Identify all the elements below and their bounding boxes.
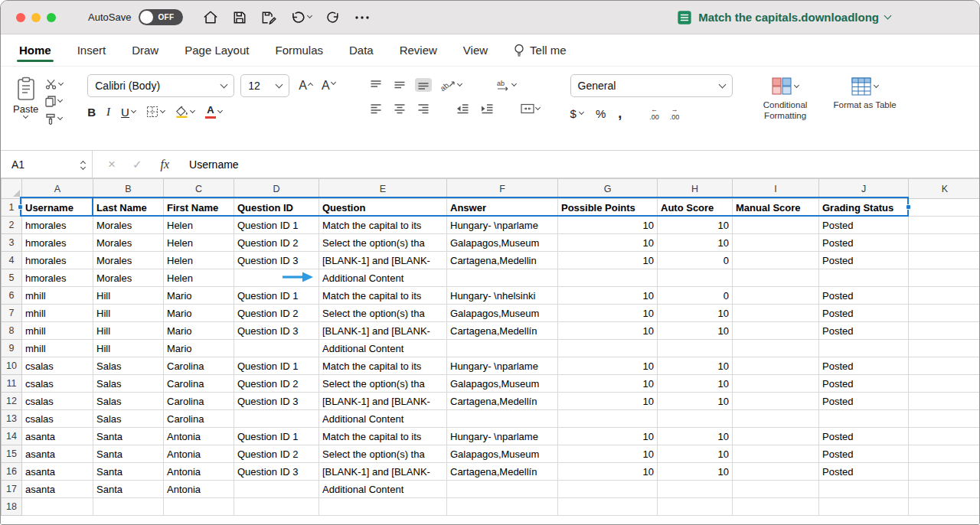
cell-I1[interactable]: Manual Score [733,199,819,217]
select-all-corner[interactable] [2,179,22,199]
cell-G16[interactable]: 10 [558,463,658,481]
cell-F13[interactable] [447,410,558,428]
cell-K4[interactable] [909,252,980,269]
row-header-6[interactable]: 6 [2,287,22,305]
cell-H6[interactable]: 0 [658,287,733,305]
column-header-C[interactable]: C [164,179,234,199]
cell-H8[interactable]: 10 [658,322,733,340]
insert-function-button[interactable]: fx [161,158,170,171]
cell-E1[interactable]: Question [319,199,447,217]
cell-F10[interactable]: Hungary- \nparlame [447,357,558,375]
cell-D3[interactable]: Question ID 2 [234,234,319,252]
cell-B4[interactable]: Morales [93,252,164,269]
cell-F9[interactable] [447,340,558,357]
cell-B6[interactable]: Hill [93,287,164,305]
cell-B16[interactable]: Santa [93,463,164,481]
cell-G6[interactable]: 10 [558,287,658,305]
cell-B10[interactable]: Salas [93,357,164,375]
currency-chevron-icon[interactable] [579,109,584,115]
zoom-window-button[interactable] [47,13,56,22]
row-header-2[interactable]: 2 [2,217,22,234]
cell-E4[interactable]: [BLANK-1] and [BLANK- [319,252,447,269]
cell-J15[interactable]: Posted [819,445,909,463]
cell-G9[interactable] [558,340,658,357]
cell-E8[interactable]: [BLANK-1] and [BLANK- [319,322,447,340]
copy-chevron-icon[interactable] [57,97,63,103]
cell-D8[interactable]: Question ID 3 [234,322,319,340]
cell-K2[interactable] [909,217,980,234]
align-middle-button[interactable] [391,78,408,92]
tab-insert[interactable]: Insert [77,34,106,66]
redo-button[interactable] [326,11,340,24]
decrease-decimal-button[interactable]: → .00 [670,106,680,122]
cell-B9[interactable]: Hill [93,340,164,357]
cell-C11[interactable]: Carolina [164,375,234,393]
tab-tell-me[interactable]: Tell me [514,34,567,66]
cell-I13[interactable] [733,410,819,428]
column-header-J[interactable]: J [819,179,909,199]
column-header-I[interactable]: I [733,179,819,199]
cell-J2[interactable]: Posted [819,217,909,234]
cell-H15[interactable]: 10 [658,445,733,463]
cell-F6[interactable]: Hungary- \nhelsinki [447,287,558,305]
cell-F5[interactable] [447,269,558,287]
document-menu-chevron-icon[interactable] [884,12,892,20]
cell-D15[interactable]: Question ID 2 [234,445,319,463]
close-window-button[interactable] [16,13,25,22]
cell-E3[interactable]: Select the option(s) tha [319,234,447,252]
autosave-toggle[interactable]: OFF [139,9,183,25]
cell-F1[interactable]: Answer [447,199,558,217]
cell-C9[interactable]: Mario [164,340,234,357]
column-header-K[interactable]: K [909,179,980,199]
cell-G3[interactable]: 10 [558,234,658,252]
font-color-button[interactable]: A [205,105,222,119]
align-top-button[interactable] [368,78,384,92]
formula-bar-content[interactable]: Username [189,158,239,171]
cell-D2[interactable]: Question ID 1 [234,217,319,234]
increase-indent-button[interactable] [479,102,496,116]
column-header-B[interactable]: B [93,179,164,199]
cell-B18[interactable] [93,498,164,516]
cell-K9[interactable] [909,340,980,357]
cell-K12[interactable] [909,393,980,410]
cell-K1[interactable] [909,199,980,217]
conditional-formatting-button[interactable]: Conditional Formatting [753,77,818,145]
cell-G15[interactable]: 10 [558,445,658,463]
cell-K18[interactable] [909,498,980,516]
row-header-13[interactable]: 13 [2,410,22,428]
paste-button[interactable]: Paste [13,74,38,145]
cell-G17[interactable] [558,481,658,498]
cell-C5[interactable]: Helen [164,269,234,287]
cell-C10[interactable]: Carolina [164,357,234,375]
format-painter-chevron-icon[interactable] [57,115,63,120]
cell-F3[interactable]: Galapagos,Museum [447,234,558,252]
copy-button[interactable] [45,96,63,107]
tab-data[interactable]: Data [349,34,374,66]
cell-A14[interactable]: asanta [22,428,93,445]
cell-B12[interactable]: Salas [93,393,164,410]
cell-B11[interactable]: Salas [93,375,164,393]
cell-J10[interactable]: Posted [819,357,909,375]
align-center-button[interactable] [391,102,408,116]
undo-menu-chevron-icon[interactable] [307,13,312,18]
document-title-group[interactable]: Match the capitals.downloadlong [677,10,890,25]
row-header-15[interactable]: 15 [2,445,22,463]
cell-C13[interactable]: Carolina [164,410,234,428]
cell-H10[interactable]: 10 [658,357,733,375]
cell-H11[interactable]: 10 [658,375,733,393]
decrease-font-size-button[interactable]: A [322,79,335,93]
home-button[interactable] [203,10,218,24]
merge-center-button[interactable] [518,102,542,116]
cell-A18[interactable] [22,498,93,516]
cell-H4[interactable]: 0 [658,252,733,269]
cell-C15[interactable]: Antonia [164,445,234,463]
cut-chevron-icon[interactable] [58,80,64,85]
cell-J17[interactable] [819,481,909,498]
minimize-window-button[interactable] [31,13,41,22]
cell-K13[interactable] [909,410,980,428]
cell-I8[interactable] [733,322,819,340]
cell-E13[interactable]: Additional Content [319,410,447,428]
cell-I7[interactable] [733,305,819,322]
currency-button[interactable]: $ [570,107,583,120]
cell-K5[interactable] [909,269,980,287]
